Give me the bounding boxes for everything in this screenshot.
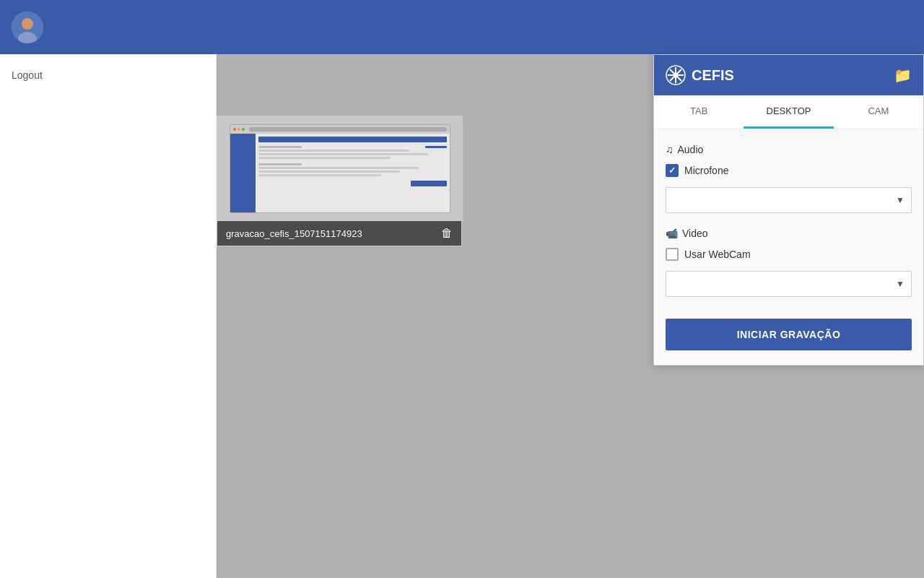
svg-point-8	[674, 73, 678, 77]
user-section: JEAN MARCOS SILVA SANTOS	[0, 0, 217, 54]
user-name-label: JEAN MARCOS SILVA SANTOS	[52, 22, 202, 33]
video-icon: 📹	[666, 228, 678, 239]
panel-header: CEFIS 📁	[654, 55, 923, 95]
video-device-select-wrapper: ▼	[666, 271, 912, 297]
cefis-logo: CEFIS	[666, 65, 734, 85]
music-icon: ♫	[666, 144, 674, 155]
recording-filename: gravacao_cefis_1507151174923	[226, 228, 362, 239]
cefis-panel: CEFIS 📁 TAB DESKTOP CAM ♫ Audio ✓ Microf…	[653, 54, 924, 366]
delete-recording-button[interactable]: 🗑	[441, 227, 453, 240]
panel-tabs: TAB DESKTOP CAM	[654, 95, 923, 129]
start-recording-button[interactable]: INICIAR GRAVAÇÃO	[666, 319, 912, 350]
microfone-checkbox[interactable]: ✓	[666, 164, 679, 177]
sidebar: Logout	[0, 54, 217, 578]
cefis-logo-text: CEFIS	[692, 67, 734, 84]
logout-link[interactable]: Logout	[12, 69, 43, 81]
audio-device-select[interactable]	[666, 187, 912, 213]
tab-cam[interactable]: CAM	[834, 95, 923, 129]
video-section-title: 📹 Video	[666, 228, 912, 239]
webcam-label: Usar WebCam	[684, 249, 751, 260]
audio-section-title: ♫ Audio	[666, 144, 912, 155]
tab-tab[interactable]: TAB	[654, 95, 744, 129]
recording-preview	[217, 116, 463, 221]
panel-body: ♫ Audio ✓ Microfone ▼ 📹 Video Usar WebCa…	[654, 129, 923, 365]
video-device-select[interactable]	[666, 271, 912, 297]
recording-card: gravacao_cefis_1507151174923 🗑	[217, 116, 462, 246]
folder-icon[interactable]: 📁	[894, 66, 912, 84]
microfone-checkbox-row: ✓ Microfone	[666, 164, 912, 177]
avatar	[12, 12, 43, 43]
svg-point-1	[22, 18, 33, 30]
microfone-label: Microfone	[684, 165, 728, 176]
cefis-logo-icon	[666, 65, 686, 85]
recording-info-bar: gravacao_cefis_1507151174923 🗑	[217, 221, 461, 246]
audio-device-select-wrapper: ▼	[666, 187, 912, 213]
checkmark-icon: ✓	[668, 165, 676, 176]
webcam-checkbox-row: Usar WebCam	[666, 248, 912, 261]
webcam-checkbox[interactable]	[666, 248, 679, 261]
tab-desktop[interactable]: DESKTOP	[744, 95, 833, 129]
